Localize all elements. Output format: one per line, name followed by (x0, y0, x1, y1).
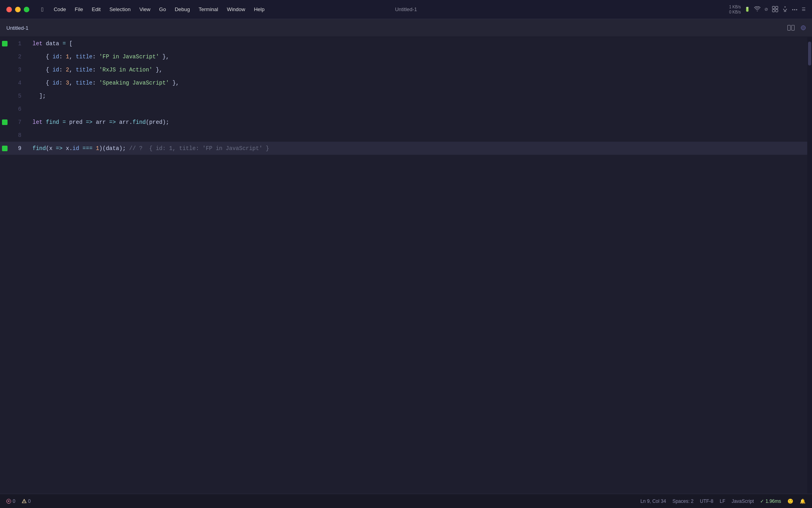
cursor-position[interactable]: Ln 9, Col 34 (640, 498, 666, 504)
menu-window[interactable]: Window (223, 5, 249, 14)
line-ending[interactable]: LF (720, 498, 725, 504)
code-text-4: { id: 3, title: 'Speaking JavaScript' }, (29, 80, 179, 86)
code-text-5: ]; (29, 93, 46, 99)
window-title: Untitled-1 (395, 6, 417, 12)
maximize-button[interactable] (24, 7, 29, 12)
warning-icon (22, 499, 27, 503)
code-line-9[interactable]: 9 find(x => x.id === 1)(data); // ? { id… (0, 142, 807, 155)
code-text-2: { id: 1, title: 'FP in JavaScript' }, (29, 54, 169, 60)
position-text: Ln 9, Col 34 (640, 498, 666, 504)
breakpoint-gutter-1 (0, 41, 10, 46)
scrollbar-thumb[interactable] (808, 42, 811, 65)
language-text: JavaScript (732, 498, 754, 504)
svg-rect-0 (772, 6, 775, 9)
svg-point-7 (24, 502, 24, 502)
svg-rect-2 (772, 10, 775, 12)
minimize-button[interactable] (15, 7, 21, 12)
feedback-smiley[interactable]: 🙂 (787, 498, 793, 504)
code-text-1: let data = [ (29, 40, 73, 47)
code-line-3[interactable]: 3 { id: 2, title: 'RxJS in Action' }, (0, 63, 807, 76)
line-number-3: 3 (10, 67, 29, 73)
breakpoint-1 (2, 41, 8, 46)
bell-icon: 🔔 (800, 498, 806, 504)
line-number-5: 5 (10, 93, 29, 99)
apple-menu[interactable]:  (37, 4, 47, 14)
traffic-lights (0, 7, 29, 12)
status-right: Ln 9, Col 34 Spaces: 2 UTF-8 LF JavaScri… (640, 498, 806, 504)
warning-count[interactable]: 0 (22, 498, 31, 504)
split-right (791, 25, 795, 31)
editor: 1 let data = [ 2 { id: 1, title: 'FP in … (0, 37, 812, 494)
menu-selection[interactable]: Selection (105, 5, 134, 14)
smiley-icon: 🙂 (787, 498, 793, 504)
code-line-8[interactable]: 8 (0, 129, 807, 142)
menu-code[interactable]: Code (50, 5, 70, 14)
breakpoint-gutter-9 (0, 146, 10, 151)
line-number-4: 4 (10, 80, 29, 86)
breakpoint-9 (2, 146, 8, 151)
status-bar: ✕ 0 0 Ln 9, Col 34 Spaces: 2 UTF-8 LF Ja… (0, 494, 812, 508)
editor-empty-space (0, 155, 807, 494)
menu-debug[interactable]: Debug (171, 5, 194, 14)
titlebar-right: 1 KB/s 0 KB/s 🔋 ⊘ (729, 4, 812, 15)
svg-rect-1 (776, 6, 778, 9)
menu-terminal[interactable]: Terminal (195, 5, 222, 14)
code-text-9: find(x => x.id === 1)(data); // ? { id: … (29, 145, 269, 152)
split-left (787, 25, 791, 31)
network-up: 1 KB/s (729, 4, 741, 10)
error-count[interactable]: ✕ 0 (6, 498, 15, 504)
menu-go[interactable]: Go (155, 5, 170, 14)
line-number-9: 9 (10, 145, 29, 152)
code-line-6[interactable]: 6 (0, 102, 807, 115)
list-icon[interactable]: ☰ (802, 7, 806, 12)
title-bar:  Code File Edit Selection View Go Debug… (0, 0, 812, 19)
notifications-bell[interactable]: 🔔 (800, 498, 806, 504)
line-ending-text: LF (720, 498, 725, 504)
split-editor-icon[interactable] (787, 25, 795, 31)
line-number-7: 7 (10, 119, 29, 125)
indentation[interactable]: Spaces: 2 (672, 498, 693, 504)
battery-icon: 🔋 (745, 7, 750, 12)
menu-edit[interactable]: Edit (88, 5, 105, 14)
tab-bar-right (787, 25, 806, 31)
code-text-7: let find = pred => arr => arr.find(pred)… (29, 119, 169, 125)
control-center-icon (772, 6, 778, 13)
code-line-4[interactable]: 4 { id: 3, title: 'Speaking JavaScript' … (0, 76, 807, 89)
timing-info[interactable]: ✓ 1.96ms (760, 498, 781, 504)
svg-rect-3 (776, 10, 778, 12)
no-network-icon: ⊘ (764, 7, 768, 12)
timing-text: ✓ 1.96ms (760, 498, 781, 504)
scrollbar-track[interactable] (807, 37, 812, 494)
dots-menu[interactable]: ••• (792, 7, 798, 12)
code-line-2[interactable]: 2 { id: 1, title: 'FP in JavaScript' }, (0, 50, 807, 63)
line-number-1: 1 (10, 40, 29, 47)
error-icon: ✕ (6, 499, 11, 504)
status-left: ✕ 0 0 (6, 498, 31, 504)
tab-title[interactable]: Untitled-1 (6, 25, 29, 31)
spaces-text: Spaces: 2 (672, 498, 693, 504)
close-button[interactable] (6, 7, 12, 12)
menu-file[interactable]: File (71, 5, 87, 14)
encoding-text: UTF-8 (700, 498, 713, 504)
code-line-5[interactable]: 5 ]; (0, 89, 807, 102)
siri-icon (782, 6, 788, 13)
code-line-1[interactable]: 1 let data = [ (0, 37, 807, 50)
menu-help[interactable]: Help (250, 5, 268, 14)
network-stats: 1 KB/s 0 KB/s (729, 4, 741, 15)
line-number-6: 6 (10, 106, 29, 112)
menu-bar:  Code File Edit Selection View Go Debug… (37, 4, 729, 14)
line-number-2: 2 (10, 54, 29, 60)
encoding[interactable]: UTF-8 (700, 498, 713, 504)
menu-view[interactable]: View (135, 5, 154, 14)
breakpoint-7 (2, 119, 8, 125)
code-line-7[interactable]: 7 let find = pred => arr => arr.find(pre… (0, 115, 807, 129)
line-number-8: 8 (10, 132, 29, 139)
language-mode[interactable]: JavaScript (732, 498, 754, 504)
tab-bar: Untitled-1 (0, 19, 812, 37)
unsaved-dot (801, 25, 806, 30)
breakpoint-gutter-7 (0, 119, 10, 125)
warning-number: 0 (28, 498, 31, 504)
code-text-3: { id: 2, title: 'RxJS in Action' }, (29, 67, 163, 73)
error-number: 0 (13, 498, 15, 504)
wifi-icon (754, 6, 760, 12)
